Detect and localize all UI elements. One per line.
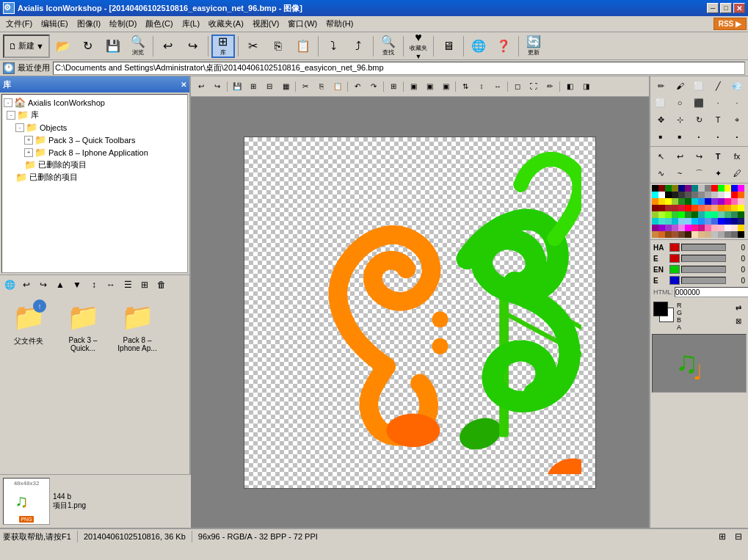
export-button[interactable]: ⤴ xyxy=(346,34,370,58)
ct-btn16[interactable]: ⇅ xyxy=(458,80,473,93)
close-button[interactable]: ✕ xyxy=(733,3,745,13)
color-cell[interactable] xyxy=(658,225,665,231)
ct-btn5[interactable]: ⊟ xyxy=(262,80,277,93)
rt-line[interactable]: ╱ xyxy=(709,78,727,94)
status-btn1[interactable]: ⊞ xyxy=(716,530,729,543)
tree-item-axialis[interactable]: - 🏠 Axialis IconWorkshop xyxy=(4,96,186,109)
swap-colors-btn[interactable]: ⇄ xyxy=(732,302,745,313)
expand-objects[interactable]: - xyxy=(15,123,24,132)
rt-brush[interactable]: 🖌 xyxy=(671,78,689,94)
color-cell[interactable] xyxy=(725,231,731,238)
color-cell[interactable] xyxy=(738,231,744,238)
ct-btn13[interactable]: ▣ xyxy=(406,80,421,93)
rt-undo2[interactable]: ↩ xyxy=(671,148,689,164)
color-cell[interactable] xyxy=(652,211,658,218)
ct-btn10[interactable]: ↶ xyxy=(350,80,365,93)
color-cell[interactable] xyxy=(652,205,658,211)
color-cell[interactable] xyxy=(665,185,672,192)
color-cell[interactable] xyxy=(658,218,665,225)
color-cell[interactable] xyxy=(718,192,725,198)
color-cell[interactable] xyxy=(665,192,672,198)
rt-wave[interactable]: ~ xyxy=(671,165,689,181)
rt-circle[interactable]: ○ xyxy=(671,95,689,111)
color-cell[interactable] xyxy=(725,192,731,198)
color-cell[interactable] xyxy=(698,205,705,211)
ct-btn22[interactable]: ◧ xyxy=(562,80,577,93)
color-cell[interactable] xyxy=(665,225,672,231)
color-cell[interactable] xyxy=(711,192,718,198)
undo-button[interactable]: ↩ xyxy=(156,34,180,58)
rt-small2[interactable]: ■ xyxy=(671,128,689,145)
ct-btn14[interactable]: ▣ xyxy=(422,80,437,93)
color-cell[interactable] xyxy=(698,225,705,231)
color-cell[interactable] xyxy=(691,218,698,225)
color-cell[interactable] xyxy=(705,231,711,238)
paste-button[interactable]: 📋 xyxy=(291,34,315,58)
color-cell[interactable] xyxy=(658,198,665,205)
color-cell[interactable] xyxy=(678,231,685,238)
color-cell[interactable] xyxy=(705,211,711,218)
slider-en-bar[interactable] xyxy=(681,266,726,273)
color-cell[interactable] xyxy=(698,192,705,198)
search-button[interactable]: 🔍 查找 xyxy=(377,34,400,58)
menu-edit[interactable]: 编辑(E) xyxy=(37,17,73,31)
slider-e1-bar[interactable] xyxy=(681,255,726,262)
ct-btn8[interactable]: ⎘ xyxy=(314,80,329,93)
refresh-button[interactable]: ↻ xyxy=(76,34,100,58)
library-button[interactable]: ⊞ 库 xyxy=(211,34,235,58)
expand-axialis[interactable]: - xyxy=(4,98,12,107)
color-cell[interactable] xyxy=(705,185,711,192)
address-input[interactable] xyxy=(53,62,745,75)
rt-t-letter[interactable]: T xyxy=(709,148,727,164)
menu-window[interactable]: 窗口(W) xyxy=(283,17,322,31)
ct-btn12[interactable]: ⊞ xyxy=(386,80,401,93)
ct-btn9[interactable]: 📋 xyxy=(330,80,345,93)
file-item-pack3[interactable]: 📁 Pack 3 – Quick... xyxy=(57,297,109,355)
color-cell[interactable] xyxy=(665,198,672,205)
color-cell[interactable] xyxy=(711,211,718,218)
color-cell[interactable] xyxy=(678,198,685,205)
color-cell[interactable] xyxy=(691,211,698,218)
color-cell[interactable] xyxy=(698,231,705,238)
ct-btn20[interactable]: ⛶ xyxy=(526,80,541,93)
reset-colors-btn[interactable]: ⊠ xyxy=(732,315,745,327)
html-value-input[interactable] xyxy=(675,287,748,297)
favorites-button[interactable]: ♥ 收藏夹 ▼ xyxy=(407,34,430,58)
color-cell[interactable] xyxy=(731,198,738,205)
rt-spray[interactable]: 💨 xyxy=(728,78,746,94)
update-button[interactable]: 🔄 更新 xyxy=(522,34,545,58)
color-cell[interactable] xyxy=(672,192,678,198)
color-cell[interactable] xyxy=(691,192,698,198)
ct-btn18[interactable]: ↔ xyxy=(490,80,505,93)
color-cell[interactable] xyxy=(678,211,685,218)
color-cell[interactable] xyxy=(718,218,725,225)
color-cell[interactable] xyxy=(652,192,658,198)
rt-zoom[interactable]: ⌖ xyxy=(728,112,746,128)
ct-btn23[interactable]: ◨ xyxy=(578,80,593,93)
color-cell[interactable] xyxy=(718,198,725,205)
ct-btn11[interactable]: ↷ xyxy=(366,80,381,93)
color-cell[interactable] xyxy=(725,225,731,231)
color-cell[interactable] xyxy=(718,205,725,211)
menu-draw[interactable]: 绘制(D) xyxy=(105,17,141,31)
cut-button[interactable]: ✂ xyxy=(242,34,265,58)
color-cell[interactable] xyxy=(691,205,698,211)
status-btn2[interactable]: ⊟ xyxy=(732,530,745,543)
color-cell[interactable] xyxy=(652,225,658,231)
rt-eraser[interactable]: ⬜ xyxy=(690,78,708,94)
color-cell[interactable] xyxy=(718,211,725,218)
rt-small4[interactable]: • xyxy=(709,128,727,145)
menu-file[interactable]: 文件(F) xyxy=(1,17,37,31)
color-cell[interactable] xyxy=(665,205,672,211)
rt-paint[interactable]: 🖊 xyxy=(728,165,746,181)
rt-fill[interactable]: ⬛ xyxy=(690,95,708,111)
color-cell[interactable] xyxy=(738,192,744,198)
color-cell[interactable] xyxy=(711,205,718,211)
color-cell[interactable] xyxy=(665,211,672,218)
toolbar-btn4[interactable]: ▼ xyxy=(69,277,85,293)
rt-arrow[interactable]: ↖ xyxy=(652,148,669,164)
color-cell[interactable] xyxy=(705,225,711,231)
color-cell[interactable] xyxy=(685,218,691,225)
color-cell[interactable] xyxy=(658,231,665,238)
rt-rect[interactable]: ⬜ xyxy=(652,95,669,111)
